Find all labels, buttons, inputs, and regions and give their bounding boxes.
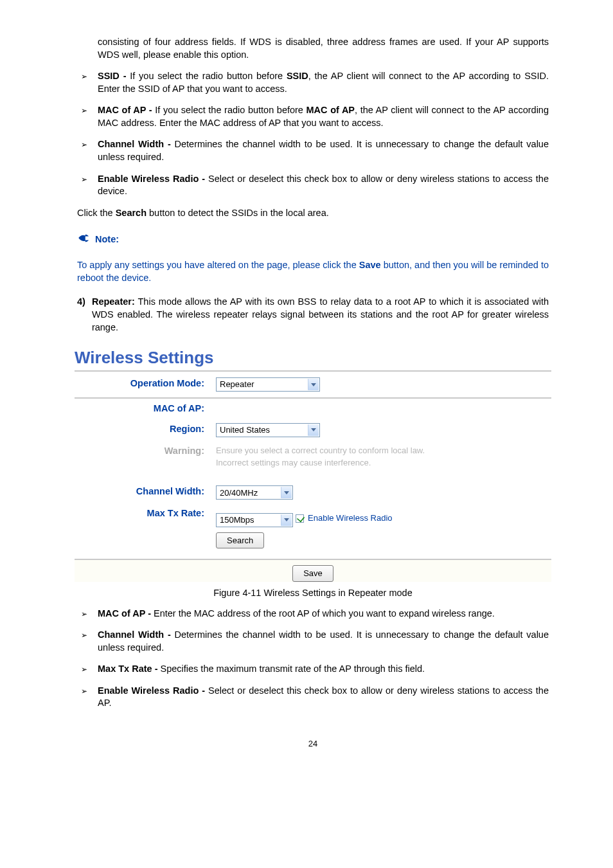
- bullet-mac-of-ap: MAC of AP - If you select the radio butt…: [77, 104, 549, 129]
- chevron-down-icon: [308, 424, 319, 436]
- note-label: Note:: [95, 233, 119, 246]
- note-body: To apply any settings you have altered o…: [77, 259, 549, 284]
- step-lead: Repeater:: [92, 296, 135, 307]
- click-search-text: Click the Search button to detect the SS…: [77, 207, 549, 220]
- chevron-down-icon: [281, 514, 292, 526]
- bullet-lead: Channel Width -: [98, 139, 175, 149]
- checkbox-label: Enable Wireless Radio: [308, 512, 393, 524]
- bullet-body: Specifies the maximum transmit rate of t…: [161, 664, 425, 674]
- note-pre: To apply any settings you have altered o…: [77, 260, 359, 270]
- bullet-lead: Channel Width -: [98, 629, 175, 640]
- row-operation-mode: Operation Mode: Repeater: [75, 370, 551, 397]
- panel-title: Wireless Settings: [75, 347, 549, 369]
- label-mac-of-ap: MAC of AP:: [154, 403, 204, 413]
- step-number: 4): [77, 296, 85, 334]
- note-heading: Note:: [77, 233, 119, 246]
- label-warning: Warning:: [164, 446, 204, 456]
- warning-line-2: Incorrect settings may cause interferenc…: [216, 457, 551, 469]
- pointer-icon: [77, 233, 91, 246]
- bullet-bold-mid: SSID: [287, 71, 308, 81]
- bullet-channel-width-2: Channel Width - Determines the channel w…: [77, 629, 549, 654]
- bullet-lead: SSID -: [98, 71, 130, 81]
- text-post: button to detect the SSIDs in the local …: [147, 208, 329, 218]
- chevron-down-icon: [281, 487, 292, 498]
- top-bullet-list: SSID - If you select the radio button be…: [77, 70, 549, 198]
- warning-line-1: Ensure you select a correct country to c…: [216, 445, 551, 457]
- bullet-bold-mid: MAC of AP: [306, 105, 355, 115]
- label-channel-width: Channel Width:: [136, 486, 204, 496]
- step-4: 4) Repeater: This mode allows the AP wit…: [77, 296, 549, 334]
- bullet-channel-width: Channel Width - Determines the channel w…: [77, 138, 549, 163]
- bullet-body-pre: If you select the radio button before: [155, 105, 306, 115]
- label-region: Region:: [170, 424, 204, 434]
- wireless-settings-panel: Operation Mode: Repeater MAC of AP: Regi…: [75, 370, 551, 582]
- save-button[interactable]: Save: [292, 565, 333, 582]
- label-operation-mode: Operation Mode:: [130, 378, 204, 388]
- bullet-lead: MAC of AP -: [98, 105, 155, 115]
- intro-paragraph: consisting of four address fields. If WD…: [98, 36, 549, 61]
- bullet-lead: Enable Wireless Radio -: [98, 174, 208, 184]
- step-text: Repeater: This mode allows the AP with i…: [92, 296, 549, 334]
- bullet-body: Enter the MAC address of the root AP of …: [154, 608, 495, 619]
- bullet-mac-of-ap-2: MAC of AP - Enter the MAC address of the…: [77, 608, 549, 620]
- bottom-bullet-list: MAC of AP - Enter the MAC address of the…: [77, 608, 549, 710]
- enable-wireless-checkbox[interactable]: Enable Wireless Radio: [296, 512, 393, 524]
- search-button[interactable]: Search: [216, 532, 264, 549]
- label-max-tx-rate: Max Tx Rate:: [147, 508, 204, 518]
- bullet-lead: MAC of AP -: [98, 608, 154, 619]
- bullet-body-pre: If you select the radio button before: [130, 71, 287, 81]
- chevron-down-icon: [308, 379, 319, 390]
- bullet-ssid: SSID - If you select the radio button be…: [77, 70, 549, 95]
- step-body: This mode allows the AP with its own BSS…: [92, 296, 549, 332]
- row-mac-region-warning: MAC of AP: Region: United States Warning…: [75, 397, 551, 559]
- max-tx-rate-value: 150Mbps: [220, 514, 268, 526]
- text-bold: Search: [116, 208, 147, 218]
- text-pre: Click the: [77, 208, 116, 218]
- bullet-lead: Max Tx Rate -: [98, 664, 161, 674]
- region-value: United States: [220, 424, 284, 436]
- channel-width-value: 20/40MHz: [220, 487, 272, 499]
- bullet-enable-wireless-2: Enable Wireless Radio - Select or desele…: [77, 685, 549, 710]
- save-row: Save: [75, 559, 551, 582]
- note-bold: Save: [359, 260, 381, 270]
- checkbox-icon: [296, 514, 304, 523]
- figure-caption: Figure 4-11 Wireless Settings in Repeate…: [77, 587, 549, 600]
- operation-mode-value: Repeater: [220, 379, 268, 390]
- bullet-max-tx-rate: Max Tx Rate - Specifies the maximum tran…: [77, 663, 549, 676]
- page-number: 24: [77, 738, 549, 750]
- bullet-enable-wireless: Enable Wireless Radio - Select or desele…: [77, 173, 549, 198]
- region-select[interactable]: United States: [216, 423, 320, 437]
- bullet-lead: Enable Wireless Radio -: [98, 685, 208, 696]
- channel-width-select[interactable]: 20/40MHz: [216, 485, 293, 500]
- max-tx-rate-select[interactable]: 150Mbps: [216, 513, 293, 527]
- operation-mode-select[interactable]: Repeater: [216, 377, 320, 392]
